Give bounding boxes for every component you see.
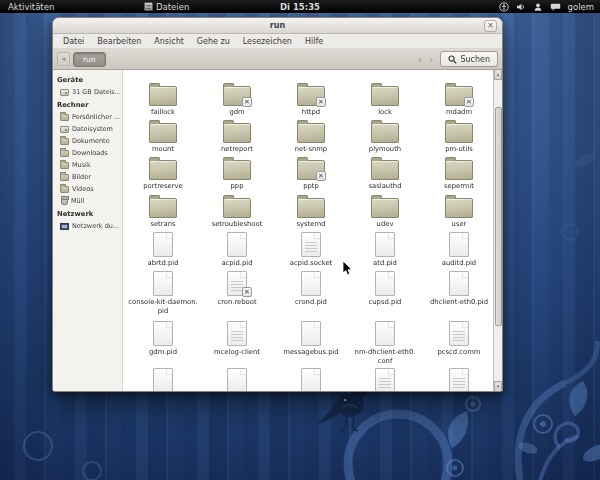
item-icon-wrap (200, 319, 274, 346)
sidebar-item[interactable]: Dokumente (53, 135, 122, 147)
folder-item[interactable]: plymouth (348, 117, 422, 154)
file-item[interactable]: atd.pid (348, 230, 422, 269)
folder-item[interactable]: systemd (274, 191, 348, 230)
menu-lesezeichen[interactable]: Lesezeichen (243, 37, 292, 46)
folder-item[interactable]: sepermit (422, 154, 493, 191)
folder-item[interactable]: httpd (274, 79, 348, 117)
sidebar-item[interactable]: 31 GB Dateis... (53, 86, 122, 98)
sidebar-item[interactable]: Downloads (53, 147, 122, 159)
file-item[interactable]: mcelog-client (200, 319, 274, 366)
file-icon (375, 271, 395, 296)
file-item[interactable]: console-kit-daemon. pid (126, 269, 200, 319)
file-grid-row: gdm.pidmcelog-clientmessagebus.pidnm-dhc… (126, 319, 493, 366)
menu-hilfe[interactable]: Hilfe (305, 37, 323, 46)
search-button[interactable]: Suchen (440, 51, 498, 67)
file-item[interactable]: pcscd.pid (126, 366, 200, 391)
file-item[interactable]: rpcbind.lock (274, 366, 348, 391)
pathbar-current-button[interactable]: run (73, 52, 106, 67)
menu-bearbeiten[interactable]: Bearbeiten (97, 37, 141, 46)
folder-item[interactable]: portreserve (126, 154, 200, 191)
titlebar[interactable]: run (53, 18, 502, 34)
folder-item[interactable]: ppp (200, 154, 274, 191)
file-item[interactable]: acpid.pid (200, 230, 274, 269)
folder-item[interactable]: pptp (274, 154, 348, 191)
folder-item[interactable]: lock (348, 79, 422, 117)
activities-button[interactable]: Aktivitäten (8, 2, 54, 12)
item-label: pcscd.comm (438, 348, 481, 357)
file-item[interactable]: messagebus.pid (274, 319, 348, 366)
item-icon-wrap (348, 117, 422, 143)
item-icon-wrap (126, 117, 200, 143)
file-item[interactable]: auditd.pid (422, 230, 493, 269)
sidebar-item[interactable]: Dateisystem (53, 123, 122, 135)
file-item[interactable]: acpid.socket (274, 230, 348, 269)
sidebar-item[interactable]: Bilder (53, 171, 122, 183)
forward-icon[interactable] (429, 54, 433, 65)
file-item[interactable]: dhclient-eth0.pid (422, 269, 493, 319)
folder-item[interactable]: saslauthd (348, 154, 422, 191)
file-icon (301, 271, 321, 296)
folder-icon (445, 160, 473, 180)
item-label: netreport (221, 145, 253, 154)
folder-item[interactable]: udev (348, 191, 422, 230)
file-item[interactable]: rpcbind.sock (348, 366, 422, 391)
file-item[interactable]: gdm.pid (126, 319, 200, 366)
file-item[interactable]: nm-dhclient-eth0. conf (348, 319, 422, 366)
item-icon-wrap (348, 366, 422, 391)
item-icon-wrap (348, 230, 422, 257)
file-item[interactable]: pcscd.comm (422, 319, 493, 366)
file-item[interactable]: cron.reboot (200, 269, 274, 319)
sidebar-item[interactable]: Netzwerk du... (53, 220, 122, 232)
sidebar-item[interactable]: Müll (53, 195, 122, 207)
folder-item[interactable]: gdm (200, 79, 274, 117)
user-status-icon[interactable] (533, 2, 543, 12)
item-label: setroubleshoot (212, 220, 263, 229)
file-item[interactable]: sdp (422, 366, 493, 391)
scroll-down-icon[interactable] (494, 381, 502, 391)
item-label: dhclient-eth0.pid (430, 298, 488, 307)
item-icon-wrap (274, 366, 348, 391)
sidebar-item[interactable]: Persönlicher ... (53, 111, 122, 123)
chat-icon[interactable] (550, 2, 561, 12)
pathbar-scroll-left-button[interactable] (57, 52, 70, 66)
folder-item[interactable]: net-snmp (274, 117, 348, 154)
scrollbar-thumb[interactable] (495, 107, 502, 326)
file-item[interactable]: abrtd.pid (126, 230, 200, 269)
window-content: Geräte31 GB Dateis...RechnerPersönlicher… (53, 70, 502, 391)
app-menu[interactable]: Dateien (144, 2, 189, 12)
accessibility-icon[interactable] (499, 2, 509, 12)
file-item[interactable]: crond.pid (274, 269, 348, 319)
folder-item[interactable]: setrans (126, 191, 200, 230)
folder-item[interactable]: setroubleshoot (200, 191, 274, 230)
vertical-scrollbar[interactable] (493, 70, 502, 391)
item-label: nm-dhclient-eth0. conf (355, 348, 416, 366)
folder-item[interactable]: mount (126, 117, 200, 154)
username-label[interactable]: golem (568, 2, 594, 12)
sidebar-item[interactable]: Videos (53, 183, 122, 195)
file-icon (227, 368, 247, 391)
folder-item[interactable]: netreport (200, 117, 274, 154)
volume-icon[interactable] (516, 2, 526, 12)
folder-icon (371, 123, 399, 143)
folder-item[interactable]: pm-utils (422, 117, 493, 154)
sidebar-item[interactable]: Musik (53, 159, 122, 171)
folder-item[interactable]: faillock (126, 79, 200, 117)
scroll-up-icon[interactable] (494, 70, 502, 80)
back-icon[interactable] (418, 54, 422, 65)
folder-icon (60, 150, 69, 157)
item-icon-wrap (422, 366, 493, 391)
no-access-emblem (242, 97, 252, 107)
folder-item[interactable]: mdadm (422, 79, 493, 117)
folder-item[interactable]: user (422, 191, 493, 230)
menu-ansicht[interactable]: Ansicht (154, 37, 184, 46)
item-label: gdm.pid (149, 348, 177, 357)
file-manager-window: run DateiBearbeitenAnsichtGehe zuLesezei… (52, 17, 503, 392)
file-item[interactable]: rpc.statd.pid (200, 366, 274, 391)
clock[interactable]: Di 15:35 (280, 2, 320, 12)
sidebar-section-header: Geräte (53, 73, 122, 86)
close-icon[interactable] (484, 20, 497, 32)
menu-gehe-zu[interactable]: Gehe zu (197, 37, 230, 46)
item-label: plymouth (369, 145, 401, 154)
file-item[interactable]: cupsd.pid (348, 269, 422, 319)
menu-datei[interactable]: Datei (63, 37, 84, 46)
